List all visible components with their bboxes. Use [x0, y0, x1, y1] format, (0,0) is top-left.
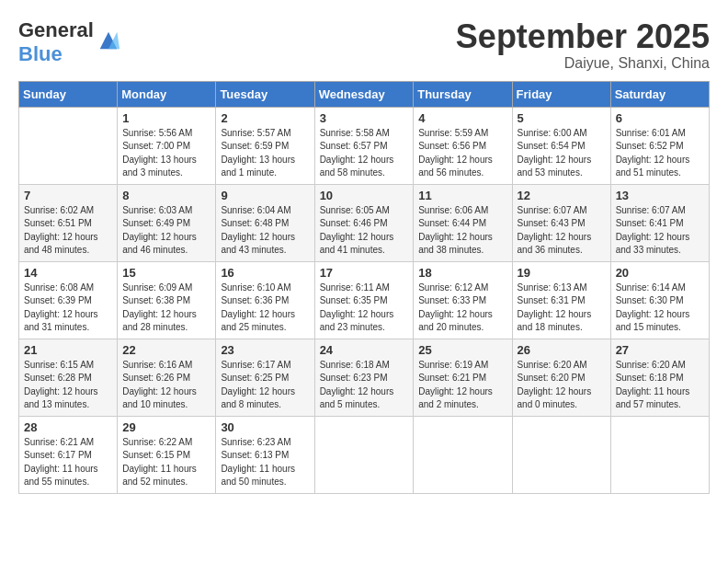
day-number: 8 [122, 189, 210, 202]
day-number: 19 [518, 266, 606, 280]
day-info: Sunrise: 5:57 AM Sunset: 6:59 PM Dayligh… [221, 127, 309, 180]
logo-general: General [18, 18, 94, 41]
day-info: Sunrise: 6:13 AM Sunset: 6:31 PM Dayligh… [518, 282, 606, 335]
day-info: Sunrise: 6:14 AM Sunset: 6:30 PM Dayligh… [616, 282, 704, 335]
day-info: Sunrise: 6:10 AM Sunset: 6:36 PM Dayligh… [221, 282, 309, 335]
calendar-cell: 12Sunrise: 6:07 AM Sunset: 6:43 PM Dayli… [512, 184, 610, 261]
day-info: Sunrise: 6:18 AM Sunset: 6:23 PM Dayligh… [320, 359, 409, 412]
calendar-cell: 26Sunrise: 6:20 AM Sunset: 6:20 PM Dayli… [512, 339, 610, 416]
day-number: 26 [518, 343, 606, 357]
day-info: Sunrise: 6:15 AM Sunset: 6:28 PM Dayligh… [24, 359, 112, 412]
day-info: Sunrise: 6:22 AM Sunset: 6:15 PM Dayligh… [122, 436, 210, 489]
day-number: 22 [122, 343, 210, 357]
day-info: Sunrise: 6:12 AM Sunset: 6:33 PM Dayligh… [418, 282, 506, 335]
calendar-cell: 9Sunrise: 6:04 AM Sunset: 6:48 PM Daylig… [216, 184, 314, 261]
day-number: 6 [616, 111, 704, 125]
calendar-cell: 25Sunrise: 6:19 AM Sunset: 6:21 PM Dayli… [414, 339, 512, 416]
calendar-cell [19, 107, 118, 184]
day-number: 13 [616, 189, 704, 202]
day-info: Sunrise: 6:21 AM Sunset: 6:17 PM Dayligh… [24, 436, 112, 489]
calendar-cell: 22Sunrise: 6:16 AM Sunset: 6:26 PM Dayli… [118, 339, 216, 416]
day-number: 25 [418, 343, 506, 357]
calendar-cell: 19Sunrise: 6:13 AM Sunset: 6:31 PM Dayli… [512, 261, 610, 339]
calendar-cell: 18Sunrise: 6:12 AM Sunset: 6:33 PM Dayli… [414, 261, 512, 339]
calendar-cell: 30Sunrise: 6:23 AM Sunset: 6:13 PM Dayli… [216, 416, 314, 493]
weekday-header: Saturday [610, 81, 709, 107]
weekday-header-row: SundayMondayTuesdayWednesdayThursdayFrid… [19, 81, 710, 107]
day-number: 14 [24, 266, 112, 280]
day-info: Sunrise: 6:01 AM Sunset: 6:52 PM Dayligh… [616, 127, 704, 180]
day-number: 30 [221, 420, 309, 434]
day-number: 15 [122, 266, 210, 280]
calendar-cell: 15Sunrise: 6:09 AM Sunset: 6:38 PM Dayli… [118, 261, 216, 339]
calendar-week-row: 28Sunrise: 6:21 AM Sunset: 6:17 PM Dayli… [19, 416, 710, 493]
day-number: 21 [24, 343, 112, 357]
day-info: Sunrise: 6:11 AM Sunset: 6:35 PM Dayligh… [320, 282, 409, 335]
day-info: Sunrise: 6:04 AM Sunset: 6:48 PM Dayligh… [221, 204, 309, 258]
day-info: Sunrise: 6:09 AM Sunset: 6:38 PM Dayligh… [122, 282, 210, 335]
calendar-cell: 8Sunrise: 6:03 AM Sunset: 6:49 PM Daylig… [118, 184, 216, 261]
day-number: 2 [221, 111, 309, 125]
day-number: 12 [518, 189, 606, 202]
calendar-table: SundayMondayTuesdayWednesdayThursdayFrid… [18, 81, 710, 494]
day-number: 27 [616, 343, 704, 357]
day-number: 1 [122, 111, 210, 125]
calendar-cell: 3Sunrise: 5:58 AM Sunset: 6:57 PM Daylig… [314, 107, 414, 184]
weekday-header: Sunday [19, 81, 118, 107]
day-number: 18 [418, 266, 506, 280]
weekday-header: Friday [512, 81, 610, 107]
calendar-cell: 20Sunrise: 6:14 AM Sunset: 6:30 PM Dayli… [610, 261, 709, 339]
day-info: Sunrise: 5:58 AM Sunset: 6:57 PM Dayligh… [320, 127, 409, 180]
day-number: 11 [418, 189, 506, 202]
day-number: 5 [518, 111, 606, 125]
day-info: Sunrise: 6:02 AM Sunset: 6:51 PM Dayligh… [24, 204, 112, 258]
calendar-cell: 28Sunrise: 6:21 AM Sunset: 6:17 PM Dayli… [19, 416, 118, 493]
day-info: Sunrise: 6:20 AM Sunset: 6:18 PM Dayligh… [616, 359, 704, 412]
calendar-cell [610, 416, 709, 493]
calendar-cell: 7Sunrise: 6:02 AM Sunset: 6:51 PM Daylig… [19, 184, 118, 261]
day-info: Sunrise: 5:56 AM Sunset: 7:00 PM Dayligh… [122, 127, 210, 180]
day-number: 4 [418, 111, 506, 125]
calendar-cell [512, 416, 610, 493]
day-info: Sunrise: 5:59 AM Sunset: 6:56 PM Dayligh… [418, 127, 506, 180]
logo: General Blue [18, 18, 121, 66]
calendar-cell: 10Sunrise: 6:05 AM Sunset: 6:46 PM Dayli… [314, 184, 414, 261]
calendar-cell [314, 416, 414, 493]
calendar-week-row: 21Sunrise: 6:15 AM Sunset: 6:28 PM Dayli… [19, 339, 710, 416]
calendar-cell: 1Sunrise: 5:56 AM Sunset: 7:00 PM Daylig… [118, 107, 216, 184]
weekday-header: Monday [118, 81, 216, 107]
month-title: September 2025 [456, 18, 710, 55]
title-block: September 2025 Daiyue, Shanxi, China [456, 18, 710, 72]
calendar-week-row: 7Sunrise: 6:02 AM Sunset: 6:51 PM Daylig… [19, 184, 710, 261]
location: Daiyue, Shanxi, China [456, 55, 710, 72]
day-number: 28 [24, 420, 112, 434]
day-number: 16 [221, 266, 309, 280]
calendar-week-row: 14Sunrise: 6:08 AM Sunset: 6:39 PM Dayli… [19, 261, 710, 339]
page-header: General Blue September 2025 Daiyue, Shan… [18, 18, 710, 72]
day-number: 3 [320, 111, 409, 125]
day-number: 17 [320, 266, 409, 280]
calendar-cell: 23Sunrise: 6:17 AM Sunset: 6:25 PM Dayli… [216, 339, 314, 416]
day-info: Sunrise: 6:16 AM Sunset: 6:26 PM Dayligh… [122, 359, 210, 412]
weekday-header: Thursday [414, 81, 512, 107]
day-info: Sunrise: 6:07 AM Sunset: 6:41 PM Dayligh… [616, 204, 704, 258]
day-info: Sunrise: 6:19 AM Sunset: 6:21 PM Dayligh… [418, 359, 506, 412]
logo-icon [96, 28, 121, 53]
calendar-cell: 21Sunrise: 6:15 AM Sunset: 6:28 PM Dayli… [19, 339, 118, 416]
calendar-cell: 5Sunrise: 6:00 AM Sunset: 6:54 PM Daylig… [512, 107, 610, 184]
calendar-cell: 24Sunrise: 6:18 AM Sunset: 6:23 PM Dayli… [314, 339, 414, 416]
calendar-cell: 27Sunrise: 6:20 AM Sunset: 6:18 PM Dayli… [610, 339, 709, 416]
calendar-cell: 2Sunrise: 5:57 AM Sunset: 6:59 PM Daylig… [216, 107, 314, 184]
day-info: Sunrise: 6:00 AM Sunset: 6:54 PM Dayligh… [518, 127, 606, 180]
day-number: 20 [616, 266, 704, 280]
calendar-cell: 16Sunrise: 6:10 AM Sunset: 6:36 PM Dayli… [216, 261, 314, 339]
day-number: 23 [221, 343, 309, 357]
calendar-week-row: 1Sunrise: 5:56 AM Sunset: 7:00 PM Daylig… [19, 107, 710, 184]
calendar-cell: 17Sunrise: 6:11 AM Sunset: 6:35 PM Dayli… [314, 261, 414, 339]
weekday-header: Wednesday [314, 81, 414, 107]
day-info: Sunrise: 6:08 AM Sunset: 6:39 PM Dayligh… [24, 282, 112, 335]
calendar-cell: 4Sunrise: 5:59 AM Sunset: 6:56 PM Daylig… [414, 107, 512, 184]
day-number: 10 [320, 189, 409, 202]
day-number: 24 [320, 343, 409, 357]
calendar-cell: 29Sunrise: 6:22 AM Sunset: 6:15 PM Dayli… [118, 416, 216, 493]
